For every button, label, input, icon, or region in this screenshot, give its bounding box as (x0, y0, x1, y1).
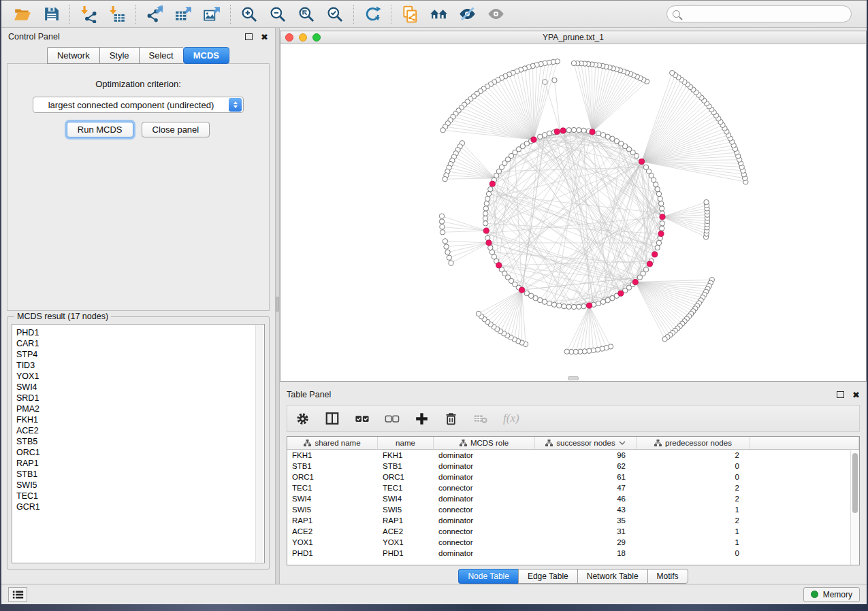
cell-successor-nodes[interactable]: 29 (535, 537, 637, 548)
column-header-name[interactable]: name (378, 437, 434, 449)
cell-name[interactable]: ACE2 (378, 526, 434, 537)
mcds-result-item[interactable]: STB1 (16, 469, 264, 480)
tab-select[interactable]: Select (139, 47, 183, 64)
zoom-in-icon[interactable] (235, 3, 263, 26)
tab-edge-table[interactable]: Edge Table (518, 569, 577, 584)
cell-name[interactable]: ORC1 (378, 472, 434, 482)
column-header-predecessor-nodes[interactable]: predecessor nodes (637, 437, 750, 449)
first-neighbors-icon[interactable] (424, 3, 453, 26)
import-table-icon[interactable] (103, 3, 131, 26)
import-network-icon[interactable] (74, 3, 103, 26)
mcds-result-item[interactable]: SWI4 (16, 382, 264, 393)
cell-MCDS-role[interactable]: dominator (434, 472, 535, 482)
cell-successor-nodes[interactable]: 62 (535, 461, 637, 472)
vertical-splitter[interactable] (275, 28, 280, 584)
mcds-result-item[interactable]: RAP1 (16, 458, 264, 469)
select-all-checkboxes-icon[interactable] (355, 411, 370, 426)
table-row[interactable]: ORC1ORC1dominator610 (287, 472, 859, 482)
cell-predecessor-nodes[interactable]: 2 (637, 515, 750, 526)
cell-successor-nodes[interactable]: 18 (535, 548, 637, 559)
column-header-shared-name[interactable]: shared name (287, 437, 378, 449)
cell-shared-name[interactable]: YOX1 (287, 537, 378, 548)
list-scrollbar[interactable] (255, 325, 263, 562)
mcds-result-item[interactable]: FKH1 (16, 414, 264, 425)
mcds-result-item[interactable]: TID3 (16, 360, 264, 371)
table-row[interactable]: PHD1PHD1dominator180 (287, 548, 859, 559)
show-all-icon[interactable] (481, 3, 510, 26)
cell-MCDS-role[interactable]: dominator (434, 493, 535, 504)
cell-shared-name[interactable]: FKH1 (287, 450, 378, 461)
save-icon[interactable] (37, 3, 65, 26)
close-panel-button[interactable]: Close panel (142, 122, 210, 137)
cell-name[interactable]: FKH1 (378, 450, 434, 461)
cell-shared-name[interactable]: SWI5 (287, 504, 378, 515)
hide-selected-icon[interactable] (453, 3, 481, 26)
table-scrollbar[interactable] (850, 450, 859, 565)
network-canvas[interactable] (280, 44, 866, 381)
cell-MCDS-role[interactable]: connector (434, 526, 535, 537)
canvas-resize-handle[interactable] (568, 376, 579, 380)
cell-name[interactable]: PHD1 (378, 548, 434, 559)
cell-MCDS-role[interactable]: connector (434, 537, 535, 548)
cell-successor-nodes[interactable]: 47 (535, 482, 637, 493)
close-table-panel-icon[interactable]: ✖ (852, 391, 860, 399)
delete-table-icon[interactable] (473, 411, 488, 426)
cell-MCDS-role[interactable]: connector (434, 482, 535, 493)
mcds-result-item[interactable]: STB5 (16, 436, 264, 447)
tab-mcds[interactable]: MCDS (183, 47, 229, 64)
column-header-MCDS-role[interactable]: MCDS role (434, 437, 535, 449)
cell-MCDS-role[interactable]: dominator (434, 461, 535, 472)
export-image-icon[interactable] (197, 3, 226, 26)
cell-successor-nodes[interactable]: 96 (535, 450, 637, 461)
mcds-result-item[interactable]: GCR1 (16, 501, 264, 512)
cell-name[interactable]: SWI4 (378, 493, 434, 504)
criterion-select[interactable]: largest connected component (undirected) (33, 97, 244, 113)
cell-predecessor-nodes[interactable]: 0 (637, 548, 750, 559)
cell-shared-name[interactable]: RAP1 (287, 515, 378, 526)
search-input[interactable] (684, 10, 846, 19)
float-table-panel-icon[interactable] (837, 391, 844, 398)
open-icon[interactable] (8, 3, 37, 26)
table-scrollbar-thumb[interactable] (852, 453, 858, 513)
cell-successor-nodes[interactable]: 43 (535, 504, 637, 515)
cell-predecessor-nodes[interactable]: 1 (637, 504, 750, 515)
cell-predecessor-nodes[interactable]: 1 (637, 526, 750, 537)
gear-icon[interactable] (295, 412, 310, 426)
cell-predecessor-nodes[interactable]: 2 (637, 450, 750, 461)
tab-node-table[interactable]: Node Table (458, 569, 518, 584)
cell-shared-name[interactable]: STB1 (287, 461, 378, 472)
zoom-selected-icon[interactable] (321, 3, 349, 26)
cell-shared-name[interactable]: PHD1 (287, 548, 378, 559)
cell-predecessor-nodes[interactable]: 1 (637, 537, 750, 548)
cell-MCDS-role[interactable]: dominator (434, 515, 535, 526)
add-column-icon[interactable] (415, 412, 429, 426)
mcds-result-item[interactable]: SWI5 (16, 480, 264, 491)
cell-predecessor-nodes[interactable]: 2 (637, 482, 750, 493)
cell-shared-name[interactable]: ACE2 (287, 526, 378, 537)
cell-predecessor-nodes[interactable]: 2 (637, 493, 750, 504)
cell-shared-name[interactable]: ORC1 (287, 472, 378, 482)
mcds-result-item[interactable]: PHD1 (16, 327, 264, 338)
clone-network-icon[interactable] (396, 3, 424, 26)
cell-MCDS-role[interactable]: dominator (434, 548, 535, 559)
deselect-all-checkboxes-icon[interactable] (385, 411, 400, 426)
export-table-icon[interactable] (169, 3, 197, 26)
mcds-result-item[interactable]: STP4 (16, 349, 264, 360)
mcds-result-item[interactable]: ORC1 (16, 447, 264, 458)
mcds-result-item[interactable]: CAR1 (16, 338, 264, 349)
cell-MCDS-role[interactable]: dominator (434, 450, 535, 461)
column-header-successor-nodes[interactable]: successor nodes (535, 437, 637, 449)
table-row[interactable]: TEC1TEC1connector472 (287, 482, 859, 493)
cell-name[interactable]: YOX1 (378, 537, 434, 548)
zoom-out-icon[interactable] (263, 3, 292, 26)
mcds-result-item[interactable]: PMA2 (16, 403, 264, 414)
table-row[interactable]: FKH1FKH1dominator962 (287, 450, 859, 461)
splitter-handle[interactable] (276, 297, 279, 312)
memory-button[interactable]: Memory (803, 587, 860, 602)
table-row[interactable]: SWI5SWI5connector431 (287, 504, 859, 515)
cell-shared-name[interactable]: SWI4 (287, 493, 378, 504)
tab-network[interactable]: Network (47, 47, 99, 64)
cell-shared-name[interactable]: TEC1 (287, 482, 378, 493)
cell-MCDS-role[interactable]: connector (434, 504, 535, 515)
cell-name[interactable]: SWI5 (378, 504, 434, 515)
